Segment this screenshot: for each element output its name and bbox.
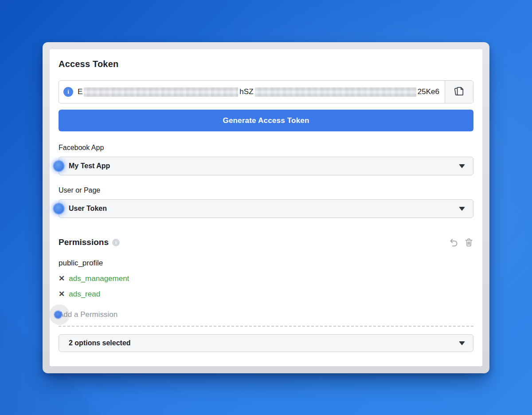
permissions-heading: Permissions: [59, 237, 109, 247]
clear-permissions-button[interactable]: [464, 237, 473, 247]
access-token-panel: Access Token i E hSZ 25Ke6: [50, 49, 482, 366]
permissions-actions: [449, 237, 473, 247]
permission-item: ✕ ads_read: [59, 289, 473, 299]
token-visible-start: E: [78, 87, 82, 96]
info-icon[interactable]: i: [63, 87, 73, 97]
token-visible-end: 25Ke6: [418, 87, 439, 96]
chevron-down-icon: [459, 341, 465, 345]
undo-icon: [449, 242, 458, 249]
access-token-field[interactable]: i E hSZ 25Ke6: [59, 80, 473, 103]
redacted-app-avatar: [53, 161, 64, 172]
permission-item: ✕ ads_management: [59, 273, 473, 284]
permissions-summary-dropdown[interactable]: 2 options selected: [59, 334, 473, 352]
facebook-app-dropdown[interactable]: My Test App: [59, 157, 473, 175]
permissions-header: Permissions i: [59, 237, 473, 247]
facebook-app-dropdown-value: My Test App: [69, 162, 459, 170]
chevron-down-icon: [459, 207, 465, 211]
token-visible-middle: hSZ: [239, 87, 253, 96]
generate-access-token-button[interactable]: Generate Access Token: [59, 110, 473, 131]
field-label-user-or-page: User or Page: [59, 186, 473, 194]
field-label-facebook-app: Facebook App: [59, 144, 473, 152]
chevron-down-icon: [459, 164, 465, 168]
token-redacted-segment: [84, 87, 238, 97]
permissions-summary-value: 2 options selected: [69, 339, 459, 347]
token-redacted-segment: [255, 87, 416, 97]
permissions-list: public_profile ✕ ads_management ✕ ads_re…: [59, 258, 473, 299]
trash-icon: [464, 242, 473, 249]
add-permission-input[interactable]: [59, 310, 473, 319]
permission-link[interactable]: ads_management: [69, 273, 129, 284]
copy-icon: [453, 85, 465, 99]
token-input[interactable]: i E hSZ 25Ke6: [59, 81, 445, 103]
info-icon[interactable]: i: [112, 239, 120, 246]
page-title: Access Token: [59, 59, 473, 69]
add-permission-row: [59, 309, 473, 320]
user-or-page-dropdown-value: User Token: [69, 205, 459, 213]
permission-name: public_profile: [59, 258, 103, 268]
redacted-user-avatar: [53, 203, 64, 214]
access-token-card: Access Token i E hSZ 25Ke6: [43, 42, 489, 373]
token-value: E hSZ 25Ke6: [78, 87, 439, 97]
permission-link[interactable]: ads_read: [69, 289, 100, 299]
undo-permissions-button[interactable]: [449, 237, 458, 247]
dashed-divider: [59, 326, 473, 327]
permission-item: public_profile: [59, 258, 473, 268]
user-or-page-dropdown[interactable]: User Token: [59, 199, 473, 218]
copy-token-button[interactable]: [445, 81, 473, 103]
remove-permission-icon[interactable]: ✕: [59, 289, 65, 299]
remove-permission-icon[interactable]: ✕: [59, 273, 65, 284]
